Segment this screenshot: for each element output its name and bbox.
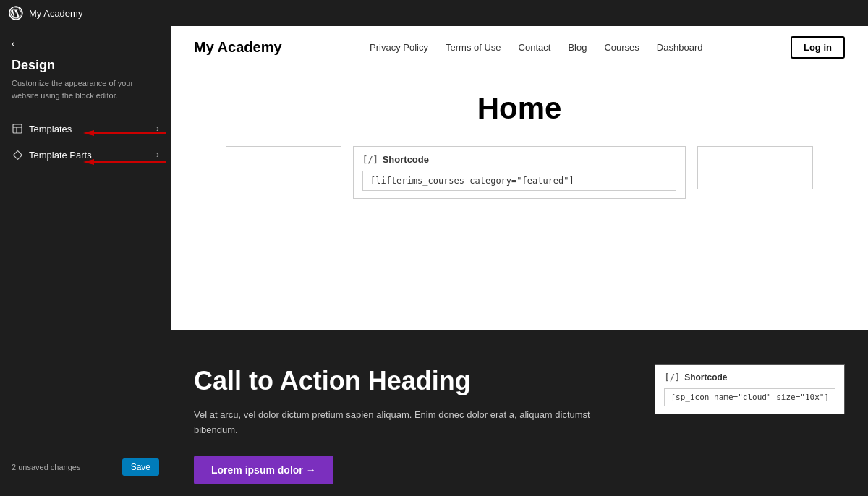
shortcode-block-main: [/] Shortcode [lifterims_courses categor…: [353, 146, 686, 199]
template-icon: [12, 123, 23, 134]
sidebar-item-template-parts-label: Template Parts: [29, 150, 92, 161]
cta-shortcode-block: [/] Shortcode [sp_icon name="cloud" size…: [655, 364, 845, 414]
shortcode-value: [lifterims_courses category="featured"]: [362, 171, 676, 191]
sidebar-description: Customize the appearance of your website…: [0, 77, 171, 101]
site-preview-dark: Call to Action Heading Vel at arcu, vel …: [171, 330, 868, 496]
chevron-left-icon: ‹: [12, 38, 15, 49]
shortcode-label: Shortcode: [383, 154, 429, 165]
svg-rect-1: [13, 124, 22, 133]
site-preview-white: My Academy Privacy Policy Terms of Use C…: [171, 26, 868, 330]
site-main-content: Home [/] Shortcode [lifterims_courses ca…: [171, 69, 868, 330]
sidebar: ‹ Design Customize the appearance of you…: [0, 26, 171, 496]
cta-shortcode-label: Shortcode: [684, 372, 727, 382]
main-layout: ‹ Design Customize the appearance of you…: [0, 26, 868, 496]
shortcode-icon: [/]: [362, 155, 378, 165]
chevron-right-icon: ›: [156, 124, 159, 134]
sidebar-item-templates[interactable]: Templates ›: [0, 116, 171, 142]
nav-dashboard[interactable]: Dashboard: [657, 42, 703, 53]
preview-area: My Academy Privacy Policy Terms of Use C…: [171, 26, 868, 496]
nav-contact[interactable]: Contact: [519, 42, 551, 53]
nav-blog[interactable]: Blog: [568, 42, 587, 53]
sidebar-heading: Design: [0, 58, 171, 73]
site-logo: My Academy: [194, 39, 282, 56]
admin-bar-title: My Academy: [29, 8, 82, 19]
nav-terms-of-use[interactable]: Terms of Use: [446, 42, 501, 53]
shortcode-blocks-row: [/] Shortcode [lifterims_courses categor…: [194, 146, 845, 199]
shortcode-block-right: [697, 146, 813, 189]
nav-courses[interactable]: Courses: [604, 42, 639, 53]
cta-button[interactable]: Lorem ipsum dolor →: [194, 456, 333, 484]
svg-rect-4: [13, 150, 22, 159]
cta-shortcode-icon: [/]: [664, 372, 680, 382]
home-title: Home: [477, 91, 562, 126]
site-nav: Privacy Policy Terms of Use Contact Blog…: [370, 42, 702, 53]
cta-text: Vel at arcu, vel dolor dictum pretium sa…: [194, 408, 613, 438]
cta-shortcode-value: [sp_icon name="cloud" size="10x"]: [664, 388, 835, 406]
chevron-right-icon-2: ›: [156, 150, 159, 160]
diamond-icon: [12, 149, 23, 161]
shortcode-block-left: [226, 146, 341, 189]
save-button[interactable]: Save: [122, 458, 159, 476]
sidebar-bottom: 2 unsaved changes Save: [0, 450, 171, 484]
sidebar-item-template-parts[interactable]: Template Parts ›: [0, 142, 171, 168]
site-header: My Academy Privacy Policy Terms of Use C…: [171, 26, 868, 69]
sidebar-item-templates-label: Templates: [29, 124, 72, 134]
nav-privacy-policy[interactable]: Privacy Policy: [370, 42, 428, 53]
admin-bar: My Academy: [0, 0, 868, 26]
sidebar-back-button[interactable]: ‹: [0, 38, 171, 58]
login-button[interactable]: Log in: [791, 36, 845, 59]
wordpress-logo-icon: [9, 6, 23, 20]
unsaved-changes-text: 2 unsaved changes: [12, 463, 80, 471]
